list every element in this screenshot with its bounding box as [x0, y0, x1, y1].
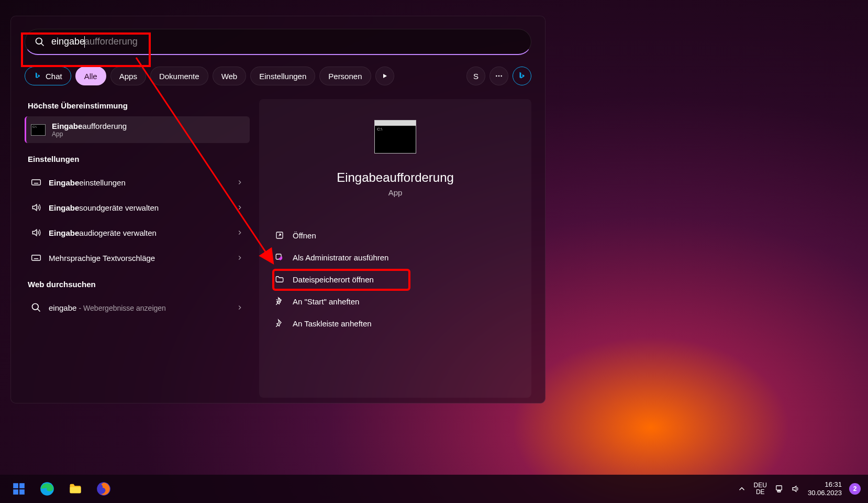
svg-rect-26: [777, 491, 781, 492]
language-indicator[interactable]: DEU DE: [754, 482, 767, 496]
system-tray: DEU DE 16:31 30.06.2023 2: [737, 480, 861, 497]
search-icon: [31, 302, 41, 313]
firefox-button[interactable]: [92, 477, 115, 500]
edge-icon: [40, 482, 54, 496]
bing-icon: [517, 71, 527, 81]
overflow-menu[interactable]: [489, 67, 508, 85]
open-icon: [275, 231, 284, 240]
admin-shield-icon: [275, 253, 284, 262]
svg-rect-25: [776, 486, 782, 490]
action-pin-start[interactable]: An "Start" anheften: [265, 290, 525, 312]
filter-people[interactable]: Personen: [319, 67, 371, 85]
chevron-up-icon[interactable]: [737, 484, 747, 494]
play-icon: [382, 73, 388, 79]
content-area: Höchste Übereinstimmung Eingabeaufforder…: [25, 99, 531, 398]
folder-icon: [68, 482, 83, 496]
filter-apps[interactable]: Apps: [110, 67, 146, 85]
svg-point-13: [32, 304, 39, 310]
keyboard-icon: [31, 177, 41, 188]
chevron-right-icon: [236, 254, 243, 261]
start-button[interactable]: [7, 477, 30, 500]
sound-icon: [31, 202, 41, 213]
svg-line-14: [38, 309, 40, 312]
results-left: Höchste Übereinstimmung Eingabeaufforder…: [25, 99, 250, 398]
settings-item-3[interactable]: Mehrsprachige Textvorschläge: [25, 245, 250, 270]
chevron-right-icon: [236, 179, 243, 186]
cmd-icon-large: [374, 120, 416, 154]
search-completion: aufforderung: [84, 36, 138, 47]
edge-button[interactable]: [36, 477, 59, 500]
sound-icon: [31, 227, 41, 238]
bing-chat-button[interactable]: [513, 67, 531, 85]
web-search-item[interactable]: eingabe - Webergebnisse anzeigen: [25, 295, 250, 320]
settings-item-2[interactable]: Eingabeaudiogeräte verwalten: [25, 220, 250, 245]
svg-point-3: [498, 75, 500, 77]
best-match-type: App: [52, 130, 127, 138]
svg-rect-18: [13, 483, 18, 488]
best-match-title: Höchste Übereinstimmung: [28, 101, 250, 110]
explorer-button[interactable]: [64, 477, 87, 500]
chevron-right-icon: [236, 229, 243, 236]
preview-actions: Öffnen Als Administrator ausführen Datei…: [265, 224, 525, 334]
svg-rect-20: [13, 489, 18, 495]
svg-rect-5: [32, 180, 41, 185]
filter-all[interactable]: Alle: [75, 67, 106, 85]
filter-more-play[interactable]: [375, 67, 394, 85]
network-icon[interactable]: [774, 484, 784, 494]
ellipsis-icon: [495, 72, 503, 80]
web-section-title: Web durchsuchen: [28, 280, 250, 289]
filter-row: Chat Alle Apps Dokumente Web Einstellung…: [25, 67, 531, 85]
windows-icon: [12, 482, 26, 496]
volume-icon[interactable]: [791, 484, 800, 494]
svg-rect-23: [70, 487, 81, 494]
search-icon: [35, 37, 45, 47]
preview-title: Eingabeaufforderung: [337, 170, 454, 185]
user-avatar[interactable]: S: [466, 67, 485, 85]
chevron-right-icon: [236, 204, 243, 211]
settings-section-title: Einstellungen: [28, 155, 250, 163]
firefox-icon: [96, 482, 111, 496]
svg-rect-21: [19, 489, 25, 495]
settings-item-0[interactable]: Eingabeeinstellungen: [25, 170, 250, 195]
filter-settings[interactable]: Einstellungen: [250, 67, 315, 85]
pin-icon: [275, 297, 284, 306]
svg-point-0: [36, 38, 42, 44]
filter-chat[interactable]: Chat: [25, 67, 71, 85]
preview-subtype: App: [388, 188, 403, 197]
search-typed: eingabe: [51, 36, 85, 47]
taskbar: DEU DE 16:31 30.06.2023 2: [0, 475, 868, 503]
bing-icon: [34, 72, 42, 80]
svg-line-1: [41, 43, 44, 46]
pin-icon: [275, 319, 284, 328]
svg-point-2: [496, 75, 497, 77]
filter-web[interactable]: Web: [213, 67, 247, 85]
preview-pane: Eingabeaufforderung App Öffnen Als Admin…: [259, 99, 531, 398]
svg-rect-11: [32, 255, 41, 260]
start-search-panel: eingabeaufforderung Chat Alle Apps Dokum…: [10, 16, 546, 403]
action-open[interactable]: Öffnen: [265, 224, 525, 246]
settings-item-1[interactable]: Eingabesoundgeräte verwalten: [25, 195, 250, 220]
keyboard-icon: [31, 253, 41, 263]
search-input-text: eingabeaufforderung: [51, 36, 138, 48]
search-box[interactable]: eingabeaufforderung: [25, 29, 531, 55]
action-open-location[interactable]: Dateispeicherort öffnen: [265, 268, 525, 290]
chevron-right-icon: [236, 304, 243, 311]
svg-point-4: [500, 75, 502, 77]
best-match-name: Eingabeaufforderung: [52, 122, 127, 130]
action-run-admin[interactable]: Als Administrator ausführen: [265, 246, 525, 268]
notification-badge[interactable]: 2: [849, 483, 861, 495]
filter-documents[interactable]: Dokumente: [150, 67, 208, 85]
best-match-item[interactable]: Eingabeaufforderung App: [25, 116, 250, 143]
svg-rect-19: [19, 483, 25, 488]
cmd-icon: [31, 124, 46, 136]
action-pin-taskbar[interactable]: An Taskleiste anheften: [265, 312, 525, 334]
clock[interactable]: 16:31 30.06.2023: [808, 480, 842, 497]
folder-icon: [275, 275, 284, 284]
